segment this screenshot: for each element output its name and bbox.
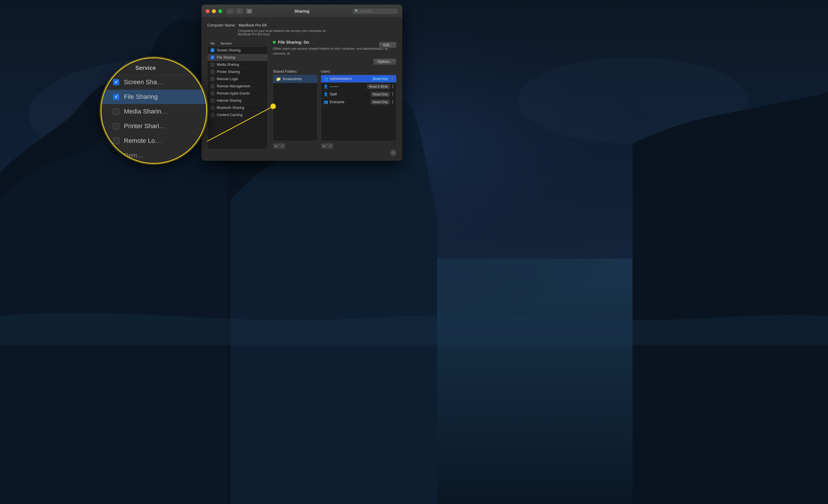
staff-name: Staff [330,92,369,96]
zoom-remote-partial-checkbox[interactable] [113,152,119,158]
remote-apple-events-label: Remote Apple Events [217,91,250,95]
shared-folders-label: Shared Folders: [273,70,318,74]
administrators-name: Administrators [330,77,369,81]
svg-rect-6 [249,9,250,10]
options-button[interactable]: Options... [373,59,397,65]
remote-login-checkbox[interactable] [210,77,214,81]
service-screen-sharing[interactable]: Screen Sharing [208,47,267,54]
zoom-remote-partial[interactable]: Rem… [101,148,206,163]
add-folder-button[interactable]: + [273,143,279,149]
screenshots-folder-item[interactable]: 📁 Screenshots [273,75,317,83]
service-header: Service [220,42,232,45]
user-everyone[interactable]: 👥 Everyone Read Only ▲ ▼ [321,98,396,106]
service-file-sharing[interactable]: File Sharing [208,54,267,61]
bluetooth-sharing-checkbox[interactable] [210,106,214,110]
search-box[interactable]: 🔍 [352,8,398,14]
minimize-button[interactable] [212,9,216,13]
zoom-media-sharing-checkbox[interactable] [113,108,119,114]
zoom-screen-sharing-checkbox[interactable] [113,79,119,85]
media-sharing-checkbox[interactable] [210,63,214,67]
zoom-service-header: Service [135,65,156,71]
zoom-file-sharing-checkbox[interactable] [113,94,119,100]
zoom-screen-sharing[interactable]: Screen Sha… [101,75,206,90]
file-sharing-description: Other users can access shared folders on… [273,46,397,56]
local-network-text: Computers on your local network can acce… [238,29,397,36]
computer-name-value: MacBook Pro EK [239,23,267,27]
service-media-sharing[interactable]: Media Sharing [208,61,267,68]
staff-icon: 👤 [323,92,328,96]
zoom-printer-sharing[interactable]: Printer Shari… [101,119,206,134]
screen-sharing-label: Screen Sharing [217,48,241,52]
back-button[interactable]: ‹ [226,8,234,14]
computer-name-row: Computer Name: MacBook Pro EK [207,23,397,27]
zoom-list-header: On Service [101,58,206,75]
remote-management-checkbox[interactable] [210,84,214,88]
edit-button[interactable]: Edit... [379,42,397,48]
user-staff[interactable]: 👤 Staff Read Only ▲ ▼ [321,91,396,98]
folder-name: Screenshots [283,77,302,81]
staff-permission-arrows[interactable]: ▲ ▼ [391,92,394,97]
service-content-caching[interactable]: Content Caching [208,111,267,119]
administrators-icon: 👥 [323,77,328,81]
users-list: 👥 Administrators Read Only ▲ ▼ 👤 • [321,75,397,141]
zoom-printer-sharing-label: Printer Shari… [124,123,165,130]
file-sharing-label: File Sharing [217,55,235,59]
remove-folder-button[interactable]: − [279,143,286,149]
file-sharing-checkbox[interactable] [210,55,214,59]
zoom-remote-login-checkbox[interactable] [113,138,119,144]
everyone-permission-arrows[interactable]: ▲ ▼ [391,100,394,104]
bluetooth-sharing-label: Bluetooth Sharing [217,106,244,110]
service-bluetooth-sharing[interactable]: Bluetooth Sharing [208,104,267,111]
screen-sharing-checkbox[interactable] [210,48,214,52]
zoom-on-header: On [113,65,121,71]
svg-rect-10 [250,11,251,11]
search-input[interactable] [361,9,396,13]
staff-permission: Read Only [371,92,390,97]
remove-user-button[interactable]: − [327,143,333,149]
remote-apple-events-checkbox[interactable] [210,91,214,95]
grid-button[interactable] [245,8,253,14]
zoom-remote-login[interactable]: Remote Lo… [101,134,206,148]
svg-rect-13 [250,12,251,13]
fullscreen-button[interactable] [218,9,222,13]
everyone-icon: 👥 [323,100,328,104]
administrators-permission: Read Only [371,77,390,81]
printer-sharing-label: Printer Sharing [217,70,240,74]
user-administrators[interactable]: 👥 Administrators Read Only ▲ ▼ [321,75,396,83]
svg-rect-5 [248,9,248,10]
service-internet-sharing[interactable]: Internet Sharing [208,97,267,104]
administrators-permission-arrows[interactable]: ▲ ▼ [391,77,394,81]
search-icon: 🔍 [355,9,359,13]
on-header: On [210,42,215,45]
close-button[interactable] [206,9,210,13]
service-printer-sharing[interactable]: Printer Sharing [208,68,267,76]
printer-sharing-checkbox[interactable] [210,70,214,74]
media-sharing-label: Media Sharing [217,63,239,67]
svg-rect-7 [250,9,251,10]
second-user-icon: 👤 [323,84,328,89]
system-preferences-window: ‹ › Sharing 🔍 Computer Na [201,4,403,161]
add-user-button[interactable]: + [321,143,327,149]
user-pm-buttons: + − [321,143,397,149]
svg-rect-11 [248,12,248,13]
window-title: Sharing [294,9,309,13]
content-caching-label: Content Caching [217,113,242,117]
second-user-permission: Read & Write [367,84,390,89]
user-second[interactable]: 👤 •••••••• Read & Write ▲ ▼ [321,83,396,91]
folder-pm-buttons: + − [273,143,318,149]
service-remote-login[interactable]: Remote Login [208,76,267,83]
help-button[interactable]: ? [390,150,397,156]
folder-icon: 📁 [276,77,281,81]
service-remote-apple-events[interactable]: Remote Apple Events [208,90,267,97]
second-user-permission-arrows[interactable]: ▲ ▼ [391,84,394,89]
forward-button[interactable]: › [236,8,244,14]
zoom-file-sharing[interactable]: File Sharing [101,90,206,104]
zoom-remote-login-label: Remote Lo… [124,137,161,144]
content-caching-checkbox[interactable] [210,113,214,117]
zoom-printer-sharing-checkbox[interactable] [113,123,119,129]
second-user-name: •••••••• [330,85,365,88]
internet-sharing-checkbox[interactable] [210,99,214,103]
title-bar: ‹ › Sharing 🔍 [202,5,402,18]
zoom-media-sharing[interactable]: Media Sharin… [101,104,206,119]
service-remote-management[interactable]: Remote Management [208,83,267,90]
